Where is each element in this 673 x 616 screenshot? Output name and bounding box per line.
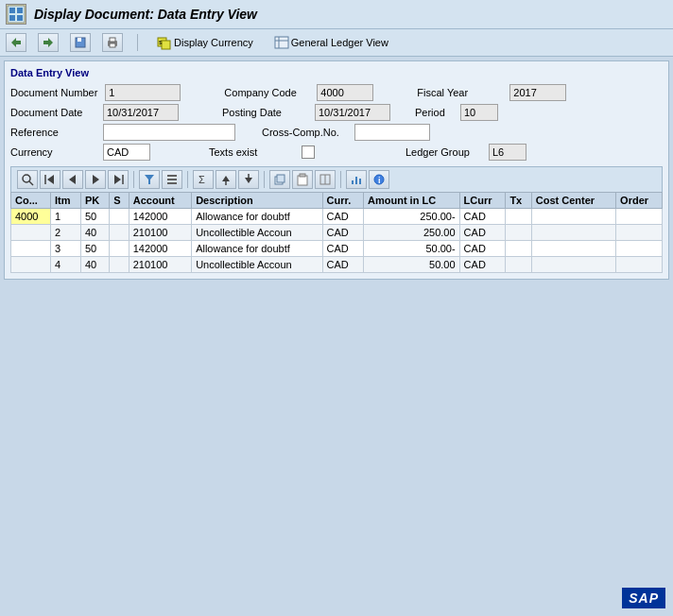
col-tx: Tx: [506, 193, 531, 209]
col-amount-lc: Amount in LC: [364, 193, 460, 209]
cell-lcurr: CAD: [459, 257, 506, 273]
svg-point-18: [23, 175, 30, 182]
cell-order: [616, 257, 663, 273]
cell-order: [616, 241, 663, 257]
last-page-icon[interactable]: [108, 170, 129, 189]
expand-icon[interactable]: [315, 170, 336, 189]
general-ledger-icon: [274, 35, 289, 50]
svg-marker-33: [245, 178, 252, 183]
table-row[interactable]: 240210100Uncollectible AccounCAD250.00CA…: [11, 225, 663, 241]
svg-rect-28: [167, 179, 177, 180]
ledger-group-input[interactable]: [489, 144, 526, 161]
company-code-label: Company Code: [224, 87, 309, 98]
document-date-input[interactable]: [103, 104, 179, 121]
cell-lcurr: CAD: [459, 241, 506, 257]
svg-line-19: [29, 181, 33, 185]
svg-rect-4: [17, 15, 23, 21]
table-row[interactable]: 440210100Uncollectible AccounCAD50.00CAD: [11, 257, 663, 273]
cell-cost_center: [531, 257, 615, 273]
cell-curr: CAD: [322, 257, 363, 273]
chart-icon[interactable]: [346, 170, 367, 189]
company-code-input[interactable]: [317, 84, 373, 101]
col-description: Description: [192, 193, 322, 209]
cell-amount_lc: 50.00-: [364, 241, 460, 257]
reference-input[interactable]: [103, 124, 235, 141]
svg-rect-27: [167, 175, 177, 177]
document-number-input[interactable]: [105, 84, 181, 101]
svg-rect-10: [110, 38, 115, 42]
cell-cost_center: [531, 209, 615, 225]
paste-icon[interactable]: [292, 170, 313, 189]
cell-s: [110, 209, 129, 225]
cell-cost_center: [531, 241, 615, 257]
back-icon[interactable]: [6, 33, 26, 52]
sum-icon[interactable]: Σ: [193, 170, 214, 189]
cell-itm: 1: [50, 209, 80, 225]
table-row[interactable]: 4000150142000Allowance for doubtfCAD250.…: [11, 209, 663, 225]
cross-comp-input[interactable]: [354, 124, 430, 141]
cell-co: [11, 241, 51, 257]
cell-account: 142000: [129, 209, 191, 225]
copy-icon[interactable]: [269, 170, 290, 189]
svg-rect-43: [359, 179, 361, 184]
cell-itm: 4: [50, 257, 80, 273]
cell-description: Uncollectible Accoun: [192, 225, 322, 241]
cell-tx: [506, 225, 531, 241]
settings-icon[interactable]: [162, 170, 182, 189]
cell-account: 210100: [129, 257, 191, 273]
svg-marker-31: [222, 176, 230, 181]
cell-co: 4000: [11, 209, 51, 225]
table-row[interactable]: 350142000Allowance for doubtfCAD50.00-CA…: [11, 241, 663, 257]
svg-marker-25: [114, 175, 121, 184]
ledger-group-label: Ledger Group: [406, 146, 481, 158]
cell-curr: CAD: [322, 241, 363, 257]
save-icon[interactable]: [70, 33, 91, 52]
title-bar: Display Document: Data Entry View: [0, 0, 673, 29]
svg-rect-42: [355, 177, 357, 184]
texts-exist-checkbox[interactable]: [302, 145, 315, 159]
info-icon[interactable]: i: [369, 170, 389, 189]
cell-curr: CAD: [322, 225, 363, 241]
svg-rect-1: [9, 8, 15, 13]
menu-bar: $ Display Currency General Ledger View: [0, 29, 673, 57]
posting-date-input[interactable]: [315, 104, 390, 121]
sort-asc-icon[interactable]: [216, 170, 236, 189]
prev-page-icon[interactable]: [62, 170, 83, 189]
page-title: Display Document: Data Entry View: [34, 7, 257, 22]
posting-date-label: Posting Date: [222, 107, 307, 118]
print-icon[interactable]: [102, 33, 123, 52]
svg-text:i: i: [378, 176, 381, 185]
sap-logo: SAP: [622, 588, 665, 608]
cell-amount_lc: 250.00-: [364, 209, 460, 225]
form-row-2: Document Date Posting Date Period: [10, 104, 663, 121]
fiscal-year-input[interactable]: [509, 84, 566, 101]
filter-icon[interactable]: [139, 170, 160, 189]
cell-itm: 2: [50, 225, 80, 241]
cell-description: Uncollectible Accoun: [192, 257, 322, 273]
svg-rect-38: [300, 174, 305, 177]
svg-text:Σ: Σ: [198, 174, 205, 185]
cell-s: [110, 225, 129, 241]
forward-icon[interactable]: [38, 33, 59, 52]
currency-label: Currency: [10, 146, 95, 158]
table-toolbar: Σ i: [10, 166, 663, 192]
next-page-icon[interactable]: [85, 170, 106, 189]
display-currency-button[interactable]: $ Display Currency: [152, 32, 258, 53]
currency-input[interactable]: [103, 144, 150, 161]
table-sep-4: [340, 171, 341, 188]
app-icon: [6, 4, 26, 25]
section-title: Data Entry View: [10, 67, 663, 78]
display-currency-icon: $: [157, 35, 172, 50]
sort-desc-icon[interactable]: [238, 170, 259, 189]
search-icon[interactable]: [17, 170, 38, 189]
cell-pk: 40: [80, 225, 109, 241]
general-ledger-view-button[interactable]: General Ledger View: [269, 32, 393, 53]
cell-description: Allowance for doubtf: [192, 241, 322, 257]
svg-rect-2: [17, 8, 23, 13]
svg-rect-3: [9, 15, 15, 21]
svg-marker-6: [43, 38, 53, 47]
col-itm: Itm: [50, 193, 80, 209]
period-input[interactable]: [460, 104, 498, 121]
cell-curr: CAD: [322, 209, 363, 225]
first-page-icon[interactable]: [40, 170, 60, 189]
